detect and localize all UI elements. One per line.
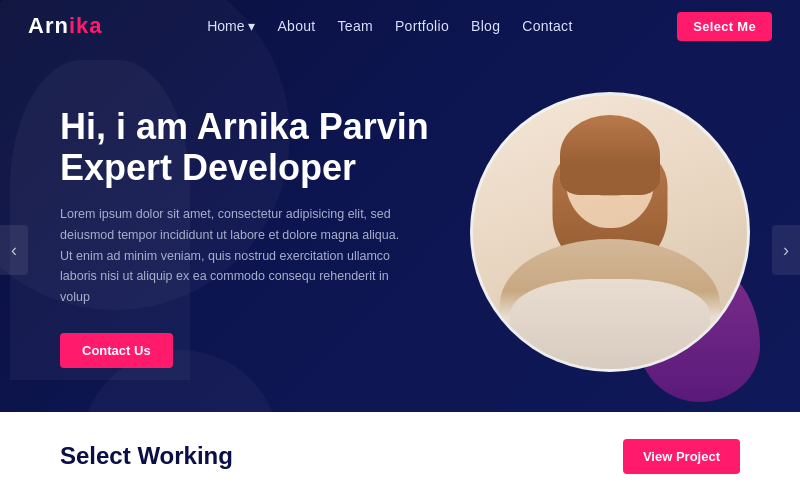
prev-slide-arrow[interactable]: ‹ xyxy=(0,225,28,275)
bottom-title: Select Working xyxy=(60,442,233,470)
left-chevron-icon: ‹ xyxy=(11,240,17,261)
nav-link-team[interactable]: Team xyxy=(338,18,373,34)
view-project-button[interactable]: View Project xyxy=(623,439,740,474)
nav-links: Home ▾ About Team Portfolio Blog Contact xyxy=(207,17,572,35)
nav-item-about[interactable]: About xyxy=(277,17,315,35)
profile-photo xyxy=(473,95,747,369)
next-slide-arrow[interactable]: › xyxy=(772,225,800,275)
hero-title-line1: Hi, i am Arnika Parvin xyxy=(60,106,429,147)
hair-top xyxy=(560,115,660,195)
nav-item-team[interactable]: Team xyxy=(338,17,373,35)
profile-image-circle xyxy=(470,92,750,372)
logo: Arnika xyxy=(28,13,102,39)
hero-description: Lorem ipsum dolor sit amet, consectetur … xyxy=(60,204,400,307)
hero-section: Hi, i am Arnika Parvin Expert Developer … xyxy=(0,52,800,412)
hero-content: Hi, i am Arnika Parvin Expert Developer … xyxy=(60,106,430,369)
contact-us-button[interactable]: Contact Us xyxy=(60,333,173,368)
nav-item-blog[interactable]: Blog xyxy=(471,17,500,35)
select-me-button[interactable]: Select Me xyxy=(677,12,772,41)
nav-item-portfolio[interactable]: Portfolio xyxy=(395,17,449,35)
person-body xyxy=(500,239,720,369)
nav-link-portfolio[interactable]: Portfolio xyxy=(395,18,449,34)
nav-item-home[interactable]: Home ▾ xyxy=(207,18,255,34)
logo-part1: Arn xyxy=(28,13,69,38)
hero-title: Hi, i am Arnika Parvin Expert Developer xyxy=(60,106,430,189)
bottom-bar: Select Working View Project xyxy=(0,412,800,500)
nav-item-contact[interactable]: Contact xyxy=(522,17,572,35)
nav-link-home[interactable]: Home ▾ xyxy=(207,18,255,34)
logo-part2: ika xyxy=(69,13,103,38)
navbar: Arnika Home ▾ About Team Portfolio Blog … xyxy=(0,0,800,52)
nav-link-contact[interactable]: Contact xyxy=(522,18,572,34)
hero-image-wrapper xyxy=(470,82,750,382)
person-clothes xyxy=(510,279,710,369)
hero-title-line2: Expert Developer xyxy=(60,147,356,188)
nav-link-blog[interactable]: Blog xyxy=(471,18,500,34)
page-wrapper: Arnika Home ▾ About Team Portfolio Blog … xyxy=(0,0,800,500)
right-chevron-icon: › xyxy=(783,240,789,261)
nav-link-about[interactable]: About xyxy=(277,18,315,34)
